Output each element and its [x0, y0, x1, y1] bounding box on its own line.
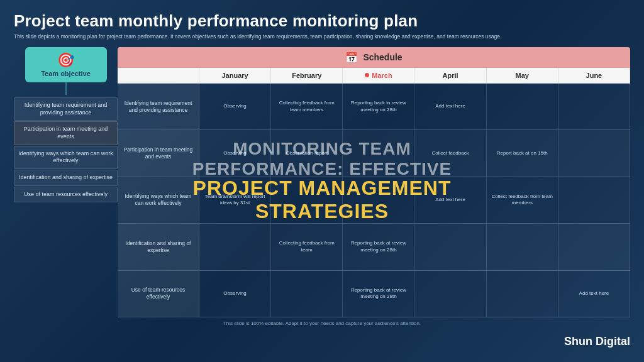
obj-item-3: Identifying ways which team can work eff…	[14, 146, 118, 169]
column-headers: January February March April May June	[118, 68, 630, 84]
table-row: Identifying ways which team can work eff…	[118, 177, 630, 224]
footer-note: This slide is 100% editable. Adapt it to…	[14, 321, 630, 326]
cell-4-3	[414, 224, 486, 270]
cell-5-1	[271, 271, 343, 317]
table-row: Use of team resources effectively Observ…	[118, 271, 630, 317]
row-label-4: Identification and sharing of expertise	[118, 224, 199, 270]
table-body: Identifying team requirement and providi…	[118, 84, 630, 317]
cell-4-0	[199, 224, 271, 270]
cell-5-0: Observing	[199, 271, 271, 317]
active-dot	[365, 73, 369, 77]
obj-item-1: Identifying team requirement and providi…	[14, 97, 118, 121]
cell-3-0: Team brainstorm will report ideas by 31s…	[199, 177, 271, 223]
cell-3-1	[271, 177, 343, 223]
page-title: Project team monthly performance monitor…	[14, 11, 630, 31]
main-content: 🎯 Team objective Identifying team requir…	[14, 47, 630, 317]
left-panel: 🎯 Team objective Identifying team requir…	[14, 47, 118, 317]
cell-2-3: Collect feedback	[414, 130, 486, 176]
obj-item-4: Identification and sharing of expertise	[14, 170, 118, 186]
cell-1-3: Add text here	[414, 84, 486, 129]
cell-3-5	[558, 177, 630, 223]
cell-2-1: Observation report	[271, 130, 343, 176]
row-label-5: Use of team resources effectively	[118, 271, 199, 317]
schedule-table: 📅 Schedule January February March April …	[118, 47, 630, 317]
table-row: Participation in team meeting and events…	[118, 130, 630, 177]
cell-2-4: Report back at on 15th	[487, 130, 558, 176]
cell-1-0: Observing	[199, 84, 271, 129]
cell-3-3: Add text here	[414, 177, 486, 223]
cell-5-5: Add text here	[558, 271, 630, 317]
table-row: Identifying team requirement and providi…	[118, 84, 630, 130]
cell-2-5	[558, 130, 630, 176]
brand-text: Shun Digital	[564, 335, 630, 348]
obj-item-2: Participation in team meeting and events	[14, 121, 118, 145]
col-header-feb: February	[271, 68, 343, 83]
objective-label: Team objective	[41, 70, 91, 77]
cell-3-2	[343, 177, 414, 223]
cell-2-2	[343, 130, 414, 176]
cell-1-4	[487, 84, 558, 129]
col-header-jan: January	[199, 68, 271, 83]
row-label-3: Identifying ways which team can work eff…	[118, 177, 199, 223]
row-label-1: Identifying team requirement and providi…	[118, 84, 199, 129]
col-header-jun: June	[558, 68, 630, 83]
team-objective-box: 🎯 Team objective	[25, 47, 107, 82]
table-row: Identification and sharing of expertise …	[118, 224, 630, 270]
cell-5-4	[487, 271, 558, 317]
page-subtitle: This slide depicts a monitoring plan for…	[14, 33, 630, 41]
brand: Shun Digital	[564, 335, 630, 348]
col-header-may: May	[487, 68, 558, 83]
cell-4-1: Collecting feedback from team	[271, 224, 343, 270]
cell-1-1: Collecting feedback from team members	[271, 84, 343, 129]
col-header-mar: March	[343, 68, 414, 83]
cell-4-5	[558, 224, 630, 270]
cell-1-5	[558, 84, 630, 129]
cell-2-0: Observing	[199, 130, 271, 176]
target-icon: 🎯	[34, 52, 98, 69]
cell-5-3	[414, 271, 486, 317]
schedule-header: 📅 Schedule	[118, 47, 630, 68]
cell-3-4: Collect feedback from team members	[487, 177, 558, 223]
obj-item-5: Use of team resources effectively	[14, 187, 118, 203]
slide-container: Project team monthly performance monitor…	[0, 0, 644, 362]
cell-1-2: Reporting back in review meeting on 28th	[343, 84, 414, 129]
cell-4-4	[487, 224, 558, 270]
schedule-icon: 📅	[345, 52, 358, 63]
cell-4-2: Reporting back at review meeting on 28th	[343, 224, 414, 270]
col-header-blank	[118, 68, 199, 83]
cell-5-2: Reporting back at review meeting on 28th	[343, 271, 414, 317]
col-header-apr: April	[414, 68, 486, 83]
objective-items: Identifying team requirement and providi…	[14, 97, 118, 203]
row-label-2: Participation in team meeting and events	[118, 130, 199, 176]
schedule-label: Schedule	[363, 52, 402, 62]
